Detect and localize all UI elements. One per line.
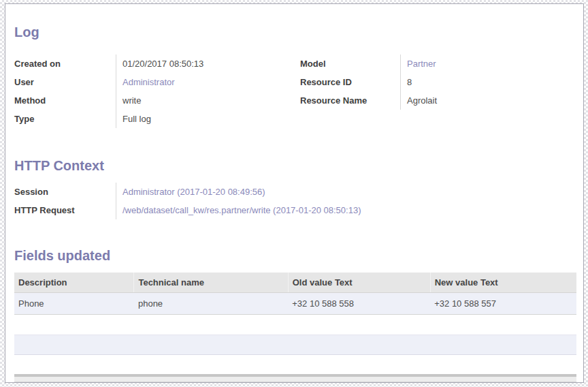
fields-updated-table: Description Technical name Old value Tex… (14, 273, 576, 315)
http-request-label: HTTP Request (14, 201, 116, 219)
field-row-created-on: Created on 01/20/2017 08:50:13 (14, 55, 295, 73)
created-on-label: Created on (14, 55, 116, 73)
resource-id-value: 8 (400, 73, 576, 91)
type-label: Type (14, 110, 116, 128)
cell-description: Phone (14, 293, 134, 315)
created-on-value: 01/20/2017 08:50:13 (116, 55, 295, 73)
column-header-technical-name: Technical name (134, 273, 288, 293)
log-fields-left: Created on 01/20/2017 08:50:13 User Admi… (14, 55, 295, 128)
cell-new-value: +32 10 588 557 (430, 293, 576, 315)
log-section-title: Log (14, 25, 576, 40)
column-header-new-value: New value Text (430, 273, 576, 293)
table-row-phone[interactable]: Phone phone +32 10 588 558 +32 10 588 55… (14, 293, 576, 315)
user-label: User (14, 73, 116, 91)
table-header-row: Description Technical name Old value Tex… (14, 273, 576, 293)
field-row-session: Session Administrator (2017-01-20 08:49:… (14, 183, 576, 201)
log-form-card: Log Created on 01/20/2017 08:50:13 User … (5, 3, 584, 383)
empty-list-row-strip (14, 335, 576, 355)
model-label: Model (300, 55, 400, 73)
session-link[interactable]: Administrator (2017-01-20 08:49:56) (122, 187, 265, 197)
field-row-resource-name: Resource Name Agrolait (300, 91, 576, 110)
log-fields-right: Model Partner Resource ID 8 Resource Nam… (295, 55, 576, 128)
field-row-method: Method write (14, 91, 295, 110)
horizontal-scrollbar-strip[interactable] (14, 374, 576, 382)
http-context-fields: Session Administrator (2017-01-20 08:49:… (14, 183, 576, 219)
field-row-model: Model Partner (300, 55, 576, 73)
user-link[interactable]: Administrator (122, 77, 175, 87)
field-row-user: User Administrator (14, 73, 295, 91)
log-field-groups: Created on 01/20/2017 08:50:13 User Admi… (14, 55, 576, 128)
field-row-type: Type Full log (14, 110, 295, 128)
resource-name-label: Resource Name (300, 91, 400, 110)
field-row-http-request: HTTP Request /web/dataset/call_kw/res.pa… (14, 201, 576, 219)
resource-id-label: Resource ID (300, 73, 400, 91)
page-background: Log Created on 01/20/2017 08:50:13 User … (0, 0, 588, 387)
method-value: write (116, 91, 295, 110)
session-label: Session (14, 183, 116, 201)
column-header-description: Description (14, 273, 134, 293)
model-link[interactable]: Partner (407, 59, 436, 69)
http-request-link[interactable]: /web/dataset/call_kw/res.partner/write (… (122, 205, 361, 215)
fields-updated-section-title: Fields updated (14, 248, 576, 263)
type-value: Full log (116, 110, 295, 128)
cell-old-value: +32 10 588 558 (288, 293, 430, 315)
cell-technical-name: phone (134, 293, 288, 315)
resource-name-value: Agrolait (400, 91, 576, 110)
field-row-resource-id: Resource ID 8 (300, 73, 576, 91)
http-context-section-title: HTTP Context (14, 158, 576, 173)
column-header-old-value: Old value Text (288, 273, 430, 293)
method-label: Method (14, 91, 116, 110)
